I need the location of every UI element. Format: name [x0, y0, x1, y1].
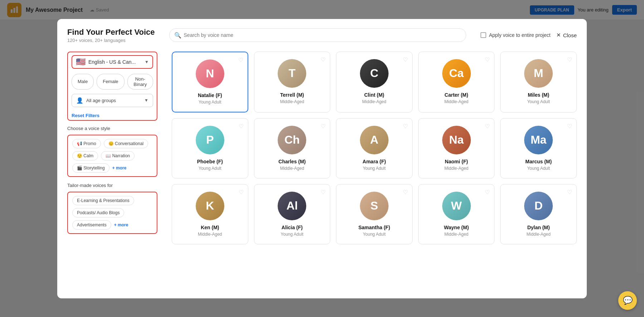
style-narration-tag[interactable]: 📖 Narration — [101, 151, 135, 160]
voice-name-phoebe: Phoebe (F) — [197, 159, 223, 164]
voice-card-amara[interactable]: A Amara (F) Young Adult ♡ — [336, 118, 413, 178]
filters-sidebar: 🇺🇸 English - US & Can... ▼ Male Female N… — [57, 49, 165, 298]
favorite-button-miles[interactable]: ♡ — [567, 56, 572, 63]
modal-title: Find Your Perfect Voice — [67, 28, 155, 37]
voice-age-naomi: Middle-Aged — [444, 166, 468, 171]
tailor-podcasts-tag[interactable]: Podcasts/ Audio Blogs — [72, 208, 124, 217]
tailor-advertisements-tag[interactable]: Advertisements — [72, 220, 111, 230]
voice-card-dylan[interactable]: D Dylan (M) Middle-Aged ♡ — [500, 184, 577, 244]
age-selector[interactable]: 👤 All age groups ▼ — [72, 94, 153, 107]
voice-age-clint: Middle-Aged — [362, 99, 386, 104]
apply-voice-checkbox[interactable] — [480, 32, 486, 38]
chevron-down-icon: ▼ — [144, 98, 148, 103]
voice-name-miles: Miles (M) — [528, 92, 549, 98]
modal-title-block: Find Your Perfect Voice 120+ voices, 20+… — [67, 28, 155, 43]
voice-avatar-dylan: D — [524, 192, 553, 220]
voice-avatar-carter: Ca — [442, 59, 471, 88]
voice-age-ken: Middle-Aged — [198, 232, 222, 237]
voice-name-clint: Clint (M) — [364, 92, 384, 98]
voice-avatar-phoebe: P — [196, 126, 224, 154]
voice-age-marcus: Young Adult — [527, 166, 550, 171]
voice-card-alicia[interactable]: Al Alicia (F) Young Adult ♡ — [254, 184, 331, 244]
favorite-button-carter[interactable]: ♡ — [485, 56, 490, 63]
voice-avatar-naomi: Na — [442, 126, 471, 154]
voice-card-miles[interactable]: M Miles (M) Young Adult ♡ — [500, 52, 577, 112]
language-text: English - US & Can... — [88, 59, 142, 65]
favorite-button-natalie[interactable]: ♡ — [238, 57, 243, 63]
favorite-button-alicia[interactable]: ♡ — [321, 189, 326, 196]
search-container: 🔍 — [169, 28, 466, 42]
voice-card-naomi[interactable]: Na Naomi (F) Middle-Aged ♡ — [418, 118, 495, 178]
voice-card-charles[interactable]: Ch Charles (M) Middle-Aged ♡ — [254, 118, 331, 178]
voice-name-samantha: Samantha (F) — [358, 225, 390, 230]
voice-name-alicia: Alicia (F) — [282, 225, 303, 230]
voice-age-natalie: Young Adult — [199, 100, 221, 105]
voice-card-wayne[interactable]: W Wayne (M) Middle-Aged ♡ — [418, 184, 495, 244]
gender-female-button[interactable]: Female — [97, 74, 124, 90]
tailor-more-button[interactable]: + more — [114, 220, 128, 230]
apply-voice-label[interactable]: Apply voice to entire project — [480, 32, 551, 38]
voices-grid: N Natalie (F) Young Adult ♡ T Terrell (M… — [172, 52, 577, 244]
voice-age-charles: Middle-Aged — [280, 166, 304, 171]
voice-card-ken[interactable]: K Ken (M) Middle-Aged ♡ — [172, 184, 248, 244]
close-button[interactable]: ✕ Close — [556, 32, 577, 38]
flag-icon: 🇺🇸 — [76, 57, 86, 67]
favorite-button-clint[interactable]: ♡ — [403, 56, 408, 63]
language-selector[interactable]: 🇺🇸 English - US & Can... ▼ — [72, 55, 153, 69]
favorite-button-amara[interactable]: ♡ — [403, 123, 408, 130]
voice-card-terrell[interactable]: T Terrell (M) Middle-Aged ♡ — [254, 52, 331, 112]
reset-filters-button[interactable]: Reset Filters — [72, 113, 99, 118]
voice-age-carter: Middle-Aged — [444, 99, 468, 104]
voice-age-amara: Young Adult — [363, 166, 386, 171]
voice-picker-modal: Find Your Perfect Voice 120+ voices, 20+… — [57, 19, 587, 298]
voice-card-clint[interactable]: C Clint (M) Middle-Aged ♡ — [336, 52, 413, 112]
voice-avatar-marcus: Ma — [524, 126, 553, 154]
voice-age-miles: Young Adult — [527, 99, 550, 104]
voice-name-ken: Ken (M) — [201, 225, 219, 230]
voice-name-dylan: Dylan (M) — [527, 225, 550, 230]
voice-avatar-clint: C — [360, 59, 389, 88]
favorite-button-marcus[interactable]: ♡ — [567, 123, 572, 130]
style-promo-tag[interactable]: 📢 Promo — [72, 139, 101, 148]
voice-card-phoebe[interactable]: P Phoebe (F) Young Adult ♡ — [172, 118, 248, 178]
favorite-button-ken[interactable]: ♡ — [239, 189, 244, 196]
style-tags-container: 📢 Promo 😊 Conversational 😌 Calm 📖 Narrat… — [72, 139, 152, 173]
voice-avatar-ken: K — [196, 192, 224, 220]
modal-body: 🇺🇸 English - US & Can... ▼ Male Female N… — [57, 49, 587, 298]
modal-header: Find Your Perfect Voice 120+ voices, 20+… — [57, 19, 587, 49]
gender-nonbinary-button[interactable]: Non-Binary — [127, 74, 153, 90]
voice-style-section-label: Choose a voice style — [67, 126, 157, 131]
voice-avatar-amara: A — [360, 126, 389, 154]
person-icon: 👤 — [76, 97, 83, 104]
favorite-button-terrell[interactable]: ♡ — [321, 56, 326, 63]
style-storytelling-tag[interactable]: 🎬 Storytelling — [72, 163, 109, 173]
tailor-tags-container: E-Learning & Presentations Podcasts/ Aud… — [72, 196, 152, 230]
chat-support-button[interactable]: 💬 — [618, 291, 637, 310]
favorite-button-samantha[interactable]: ♡ — [403, 189, 408, 196]
search-input[interactable] — [169, 28, 466, 42]
style-more-button[interactable]: + more — [112, 163, 127, 173]
voice-card-marcus[interactable]: Ma Marcus (M) Young Adult ♡ — [500, 118, 577, 178]
voice-age-dylan: Middle-Aged — [527, 232, 551, 237]
style-calm-tag[interactable]: 😌 Calm — [72, 151, 98, 160]
voice-card-carter[interactable]: Ca Carter (M) Middle-Aged ♡ — [418, 52, 495, 112]
language-gender-age-filter-box: 🇺🇸 English - US & Can... ▼ Male Female N… — [67, 52, 157, 121]
style-conversational-tag[interactable]: 😊 Conversational — [104, 139, 148, 148]
favorite-button-naomi[interactable]: ♡ — [485, 123, 490, 130]
close-icon: ✕ — [556, 32, 561, 38]
tailor-elearning-tag[interactable]: E-Learning & Presentations — [72, 196, 134, 205]
voice-card-natalie[interactable]: N Natalie (F) Young Adult ♡ — [172, 52, 248, 112]
voice-name-natalie: Natalie (F) — [198, 92, 222, 98]
search-icon: 🔍 — [174, 32, 181, 39]
voice-avatar-miles: M — [524, 59, 553, 88]
favorite-button-wayne[interactable]: ♡ — [485, 189, 490, 196]
favorite-button-charles[interactable]: ♡ — [321, 123, 326, 130]
voice-card-samantha[interactable]: S Samantha (F) Young Adult ♡ — [336, 184, 413, 244]
tailor-section-label: Tailor-made voices for — [67, 183, 157, 188]
gender-male-button[interactable]: Male — [72, 74, 94, 90]
voice-age-alicia: Young Adult — [281, 232, 304, 237]
favorite-button-phoebe[interactable]: ♡ — [239, 123, 244, 130]
voice-avatar-natalie: N — [196, 59, 224, 88]
voice-name-amara: Amara (F) — [362, 159, 386, 164]
favorite-button-dylan[interactable]: ♡ — [567, 189, 572, 196]
